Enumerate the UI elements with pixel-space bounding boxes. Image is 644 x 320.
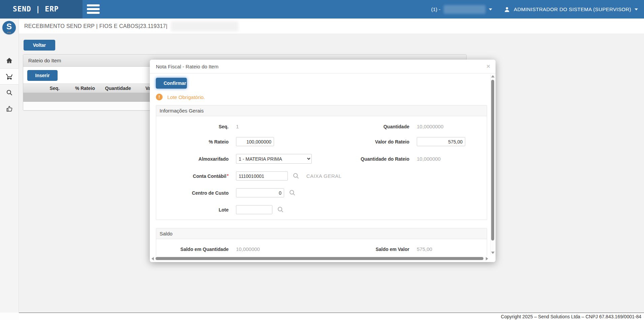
section-saldo: Saldo Saldo em Quantidade 10,000000 Sald… [156,228,487,256]
breadcrumb: RECEBIMENTO SEND ERP | FIOS E CABOS|23.1… [0,19,644,34]
user-icon [504,6,510,13]
redacted-breadcrumb-segment [171,21,238,31]
saldo-quantidade-label: Saldo em Quantidade [156,247,229,252]
scroll-up-icon[interactable] [491,75,495,77]
section-title: Informações Gerais [156,105,487,116]
column-header-rateio: % Rateio [60,86,95,91]
lote-search-icon[interactable] [277,206,284,213]
saldo-valor-value: 575,00 [417,246,432,252]
saldo-quantidade-value: 10,000000 [236,246,260,252]
rateio-pct-label: % Rateio [156,139,229,145]
scroll-down-icon[interactable] [491,252,495,254]
centro-custo-input[interactable] [236,188,284,197]
breadcrumb-text: RECEBIMENTO SEND ERP | FIOS E CABOS|23.1… [24,23,168,29]
app-brand: SEND | ERP [0,0,82,19]
app-logo[interactable]: S erp [2,21,16,34]
rateio-pct-input[interactable] [236,137,274,146]
vertical-scrollbar[interactable] [490,74,495,255]
horizontal-scrollbar[interactable] [151,256,488,261]
column-header-quantidade: Quantidade [105,86,139,91]
modal-title: Nota Fiscal - Rateio do Item [150,60,496,73]
search-icon [6,89,13,96]
copyright-text: Copyright 2025 – Send Solutions Ltda – C… [501,314,641,319]
seq-label: Seq. [156,124,229,129]
scroll-right-icon[interactable] [486,257,488,260]
almoxarifado-select[interactable]: 1 - MATERIA PRIMA [236,154,312,164]
saldo-valor-label: Saldo em Valor [327,247,409,252]
section-informacoes-gerais: Informações Gerais Seq. 1 Quantidade 10,… [156,105,487,220]
sidebar-item-home[interactable] [0,52,19,68]
sidebar-item-approvals[interactable] [0,101,19,117]
warning-text: Lote Obrigatório. [167,94,205,100]
seq-value: 1 [236,124,239,129]
close-icon[interactable]: × [486,63,490,69]
horizontal-scrollbar-thumb[interactable] [156,257,483,260]
section-title: Saldo [156,228,487,239]
validation-message: ! Lote Obrigatório. [156,94,487,100]
quantidade-rateio-label: Quantidade do Rateio [327,156,409,162]
vertical-scrollbar-thumb[interactable] [491,80,494,241]
sidebar-item-search[interactable] [0,85,19,101]
conta-contabil-description: CAIXA GERAL [306,173,342,179]
top-header: SEND | ERP (1) - ADMINISTRADOR DO SISTEM… [0,0,644,19]
rateio-item-modal: Nota Fiscal - Rateio do Item × Confirmar… [150,60,496,262]
scroll-left-icon[interactable] [151,257,154,260]
back-button[interactable]: Voltar [24,40,55,51]
valor-rateio-input[interactable] [417,137,465,146]
warning-icon: ! [156,94,163,100]
redacted-company-name [444,5,485,14]
valor-rateio-label: Valor do Rateio [327,139,409,145]
sidebar-item-purchases[interactable] [0,68,19,85]
home-icon [6,57,13,64]
user-name: ADMINISTRADOR DO SISTEMA (SUPERVISOR) [514,6,631,12]
conta-contabil-input[interactable] [236,171,288,181]
column-header-seq: Seq. [23,86,60,91]
menu-icon[interactable] [87,4,100,14]
sidebar: S erp [0,19,19,313]
user-menu[interactable]: ADMINISTRADOR DO SISTEMA (SUPERVISOR) [504,6,638,13]
centro-custo-search-icon[interactable] [289,189,296,196]
lote-input[interactable] [236,205,272,214]
conta-contabil-label: Conta Contábil* [156,173,229,179]
company-prefix: (1) - [431,6,441,12]
quantidade-value: 10,0000000 [417,124,443,129]
company-selector[interactable]: (1) - [431,5,493,14]
insert-button[interactable]: Inserir [27,70,58,81]
conta-contabil-search-icon[interactable] [293,172,300,180]
footer: Copyright 2025 – Send Solutions Ltda – C… [19,313,644,320]
chevron-down-icon [489,8,492,10]
quantidade-label: Quantidade [327,124,409,129]
confirm-button[interactable]: Confirmar [156,78,187,89]
thumbs-up-icon [6,105,13,112]
cart-icon [6,73,13,80]
lote-label: Lote [156,207,229,213]
almoxarifado-label: Almoxarifado [156,156,229,162]
centro-custo-label: Centro de Custo [156,190,229,196]
quantidade-rateio-value: 10,000000 [417,156,441,162]
chevron-down-icon [635,8,638,10]
